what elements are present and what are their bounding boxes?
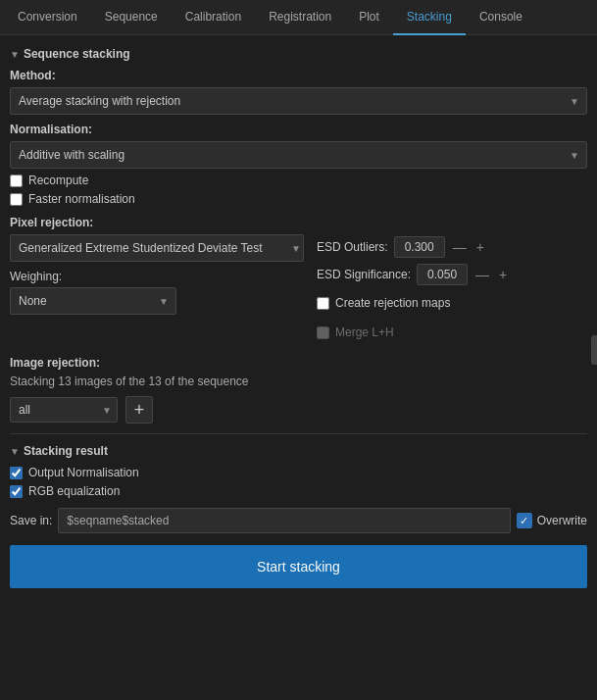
merge-lh-label: Merge L+H [335, 325, 394, 339]
normalisation-dropdown-wrap: Additive with scaling ▼ [10, 141, 587, 169]
overwrite-label: Overwrite [537, 514, 587, 527]
image-rejection-label: Image rejection: [10, 356, 587, 370]
recompute-label: Recompute [28, 174, 88, 187]
merge-lh-checkbox[interactable] [317, 326, 329, 339]
weighing-select[interactable]: None [10, 287, 176, 315]
esd-outliers-label: ESD Outliers: [317, 240, 388, 254]
main-content: ▼ Sequence stacking Method: Average stac… [0, 35, 597, 596]
tab-stacking[interactable]: Stacking [393, 0, 466, 35]
weighing-dropdown-wrap: None ▼ [10, 287, 309, 315]
esd-significance-input[interactable] [417, 264, 468, 285]
tab-plot[interactable]: Plot [345, 0, 393, 35]
save-row: Save in: ✓ Overwrite [10, 508, 587, 533]
overwrite-wrap: ✓ Overwrite [517, 513, 587, 528]
create-rejection-maps-checkbox[interactable] [317, 297, 329, 310]
esd-significance-row: ESD Significance: — + [317, 264, 587, 285]
stacking-result-arrow-icon: ▼ [10, 446, 20, 457]
rgb-equalisation-label: RGB equalization [28, 484, 120, 498]
tab-conversion[interactable]: Conversion [4, 0, 91, 35]
save-label: Save in: [10, 514, 52, 527]
esd-outliers-increase-button[interactable]: + [474, 240, 486, 254]
output-normalisation-row[interactable]: Output Normalisation [10, 466, 587, 479]
create-rejection-maps-row[interactable]: Create rejection maps [317, 296, 587, 310]
pixel-rejection-dropdown-wrap: Generalized Extreme Studentized Deviate … [10, 234, 309, 262]
save-input[interactable] [58, 508, 510, 533]
output-normalisation-checkbox[interactable] [10, 467, 23, 479]
merge-lh-row[interactable]: Merge L+H [317, 325, 587, 339]
tab-console[interactable]: Console [466, 0, 536, 35]
overwrite-check-icon: ✓ [520, 515, 528, 527]
esd-outliers-decrease-button[interactable]: — [451, 240, 469, 254]
section-arrow-icon: ▼ [10, 49, 20, 60]
faster-normalisation-row[interactable]: Faster normalisation [10, 192, 587, 206]
rgb-equalisation-checkbox[interactable] [10, 485, 23, 498]
image-rejection-dropdown-wrap: all ▼ [10, 397, 118, 423]
start-stacking-button[interactable]: Start stacking [10, 545, 587, 588]
tab-calibration[interactable]: Calibration [172, 0, 255, 35]
tab-sequence[interactable]: Sequence [91, 0, 172, 35]
sequence-stacking-header: ▼ Sequence stacking [10, 47, 587, 61]
section-divider [10, 433, 587, 434]
esd-outliers-row: ESD Outliers: — + [317, 236, 587, 258]
stacking-result-label: Stacking result [24, 444, 108, 458]
image-rejection-controls: all ▼ + [10, 396, 587, 424]
pixel-right-column: ESD Outliers: — + ESD Significance: — + … [317, 234, 587, 344]
esd-outliers-input[interactable] [394, 236, 445, 258]
create-rejection-maps-label: Create rejection maps [335, 296, 450, 310]
recompute-checkbox[interactable] [10, 175, 23, 187]
method-dropdown-wrap: Average stacking with rejection ▼ [10, 87, 587, 115]
stacking-result-header: ▼ Stacking result [10, 444, 587, 458]
normalisation-label: Normalisation: [10, 123, 587, 136]
weighing-label: Weighing: [10, 270, 62, 283]
overwrite-checkbox[interactable]: ✓ [517, 513, 532, 528]
esd-significance-decrease-button[interactable]: — [473, 268, 491, 281]
esd-significance-label: ESD Significance: [317, 268, 411, 281]
esd-significance-increase-button[interactable]: + [497, 268, 509, 281]
pixel-rejection-label: Pixel rejection: [10, 216, 587, 229]
tab-bar: Conversion Sequence Calibration Registra… [0, 0, 597, 35]
pixel-rejection-section: Generalized Extreme Studentized Deviate … [10, 234, 587, 344]
image-rejection-desc: Stacking 13 images of the 13 of the sequ… [10, 375, 587, 388]
faster-normalisation-label: Faster normalisation [28, 192, 135, 206]
rgb-equalisation-row[interactable]: RGB equalization [10, 484, 587, 498]
pixel-rejection-select[interactable]: Generalized Extreme Studentized Deviate … [10, 234, 304, 262]
output-normalisation-label: Output Normalisation [28, 466, 139, 479]
recompute-row[interactable]: Recompute [10, 174, 587, 187]
sequence-stacking-label: Sequence stacking [24, 47, 130, 61]
pixel-left-column: Generalized Extreme Studentized Deviate … [10, 234, 309, 344]
add-image-button[interactable]: + [125, 396, 153, 424]
image-rejection-select[interactable]: all [10, 397, 118, 423]
method-select[interactable]: Average stacking with rejection [10, 87, 587, 115]
faster-normalisation-checkbox[interactable] [10, 193, 23, 206]
resize-handle[interactable] [591, 335, 597, 365]
normalisation-select[interactable]: Additive with scaling [10, 141, 587, 169]
tab-registration[interactable]: Registration [255, 0, 345, 35]
method-label: Method: [10, 69, 587, 82]
